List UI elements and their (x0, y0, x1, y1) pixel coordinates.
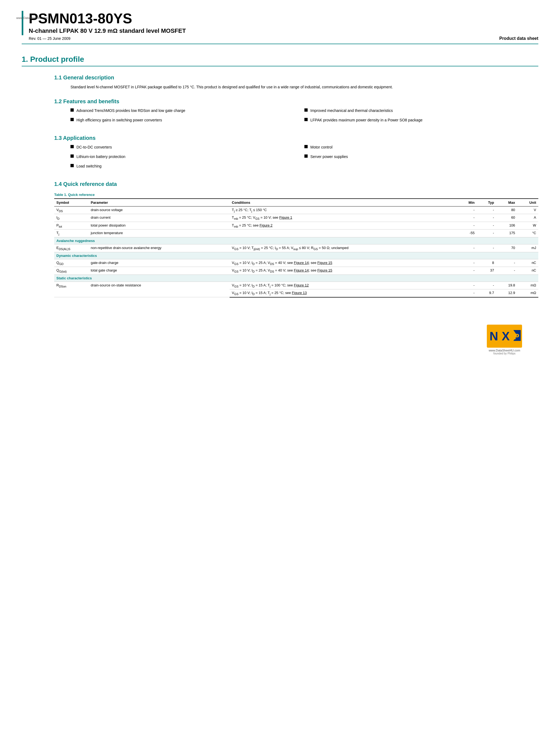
cell-typ: - (477, 206, 496, 214)
app-item-3: Load switching (71, 164, 288, 169)
subsection-1-2-title: 1.2 Features and benefits (54, 98, 538, 105)
cell-typ: - (477, 222, 496, 230)
cell-min: - (457, 289, 477, 297)
cell-min: - (457, 244, 477, 252)
quick-reference-table: Symbol Parameter Conditions Min Typ Max … (54, 198, 538, 297)
cell-conditions: VGS = 10 V; ID = 25 A; VDS = 40 V; see F… (230, 267, 457, 275)
cell-conditions: VGS = 10 V; ID = 15 A; Tj = 25 °C; see F… (230, 289, 457, 297)
header-section: PSMN013-80YS N-channel LFPAK 80 V 12.9 m… (22, 11, 538, 44)
feature-text-4: LFPAK provides maximum power density in … (310, 117, 423, 123)
watermark: www.DataSheet4U.com (16, 16, 48, 20)
subsection-1-2: 1.2 Features and benefits Advanced Trenc… (22, 98, 538, 127)
cell-parameter: drain-source voltage (89, 206, 230, 214)
feature-text-3: Improved mechanical and thermal characte… (310, 108, 393, 114)
col-header-max: Max (496, 199, 517, 206)
cell-unit: W (517, 222, 538, 230)
footer-founded: founded by Philips (493, 352, 515, 355)
cell-conditions: Tmb = 25 °C; VGS = 10 V; see Figure 1 (230, 214, 457, 222)
col-header-conditions: Conditions (230, 199, 457, 206)
table-row: Ptot total power dissipation Tmb = 25 °C… (54, 222, 538, 230)
cell-typ: 37 (477, 267, 496, 275)
bullet-2 (71, 118, 74, 121)
app-bullet-2 (71, 154, 74, 158)
app-text-5: Server power supplies (310, 154, 348, 160)
applications-col-1: DC-to-DC converters Lithium-ion battery … (71, 144, 288, 173)
table-row: EDS(AL)S non-repetitive drain-source ava… (54, 244, 538, 252)
feature-text-1: Advanced TrenchMOS provides low RDSon an… (77, 108, 186, 114)
cell-unit: °C (517, 230, 538, 237)
cell-parameter: drain current (89, 214, 230, 222)
table-label: Table 1. Quick reference (54, 193, 538, 197)
cell-symbol: ID (54, 214, 89, 222)
feature-item-1: Advanced TrenchMOS provides low RDSon an… (71, 108, 288, 114)
bullet-1 (71, 108, 74, 112)
subsection-1-1-text: Standard level N-channel MOSFET in LFPAK… (71, 84, 522, 90)
col-header-unit: Unit (517, 199, 538, 206)
applications-col-2: Motor control Server power supplies (304, 144, 522, 173)
cell-max: 60 (496, 214, 517, 222)
cell-typ: 9.7 (477, 289, 496, 297)
applications-container: DC-to-DC converters Lithium-ion battery … (71, 144, 522, 173)
subsection-1-4: 1.4 Quick reference data Table 1. Quick … (22, 181, 538, 297)
features-container: Advanced TrenchMOS provides low RDSon an… (71, 108, 522, 127)
section-label-avalanche: Avalanche ruggedness (54, 237, 538, 244)
svg-text:N: N (489, 329, 498, 343)
header-bar (22, 11, 23, 35)
cell-max: - (496, 259, 517, 267)
feature-item-2: High efficiency gains in switching power… (71, 117, 288, 123)
product-data-sheet: Product data sheet (499, 36, 538, 41)
cell-symbol: EDS(AL)S (54, 244, 89, 252)
app-text-3: Load switching (77, 164, 102, 169)
section-row-avalanche: Avalanche ruggedness (54, 237, 538, 244)
cell-min: - (457, 282, 477, 289)
footer-logo-area: N X P www.DataSheet4U.com founded by Phi… (487, 325, 522, 355)
cell-max: - (496, 267, 517, 275)
cell-min: - (457, 222, 477, 230)
table-row: ID drain current Tmb = 25 °C; VGS = 10 V… (54, 214, 538, 222)
cell-typ: - (477, 282, 496, 289)
svg-text:P: P (514, 332, 519, 341)
app-text-2: Lithium-ion battery protection (77, 154, 125, 160)
cell-typ: 8 (477, 259, 496, 267)
app-item-4: Motor control (304, 144, 522, 150)
features-col-1: Advanced TrenchMOS provides low RDSon an… (71, 108, 288, 127)
cell-symbol: Tj (54, 230, 89, 237)
table-row: VDS drain-source voltage Tj ≥ 25 °C; Tj … (54, 206, 538, 214)
cell-parameter: junction temperature (89, 230, 230, 237)
cell-parameter: non-repetitive drain-source avalanche en… (89, 244, 230, 252)
cell-conditions: VGS = 10 V; Tj(init) = 25 °C; ID = 55 A;… (230, 244, 457, 252)
section-row-static: Static characteristics (54, 275, 538, 282)
feature-text-2: High efficiency gains in switching power… (77, 117, 162, 123)
feature-item-3: Improved mechanical and thermal characte… (304, 108, 522, 114)
table-row: QGD gate-drain charge VGS = 10 V; ID = 2… (54, 259, 538, 267)
cell-conditions: VGS = 10 V; ID = 25 A; VDS = 40 V; see F… (230, 259, 457, 267)
table-row: Tj junction temperature -55 - 175 °C (54, 230, 538, 237)
subsection-1-3: 1.3 Applications DC-to-DC converters Lit… (22, 135, 538, 173)
subsection-1-1-title: 1.1 General description (54, 75, 538, 81)
cell-max: 80 (496, 206, 517, 214)
product-subtitle: N-channel LFPAK 80 V 12.9 mΩ standard le… (29, 27, 538, 34)
app-bullet-5 (304, 154, 308, 158)
cell-unit: V (517, 206, 538, 214)
section-1-title: 1. Product profile (22, 55, 538, 66)
cell-parameter: gate-drain charge (89, 259, 230, 267)
section-label-dynamic: Dynamic characteristics (54, 252, 538, 259)
cell-conditions: VGS = 10 V; ID = 15 A; Tj = 100 °C; see … (230, 282, 457, 289)
col-header-symbol: Symbol (54, 199, 89, 206)
cell-min: - (457, 214, 477, 222)
app-text-4: Motor control (310, 144, 333, 150)
product-title: PSMN013-80YS (29, 11, 538, 26)
app-bullet-1 (71, 145, 74, 148)
bullet-3 (304, 108, 308, 112)
subsection-1-4-title: 1.4 Quick reference data (54, 181, 538, 187)
features-col-2: Improved mechanical and thermal characte… (304, 108, 522, 127)
cell-symbol: QGD (54, 259, 89, 267)
cell-min: - (457, 259, 477, 267)
section-label-static: Static characteristics (54, 275, 538, 282)
cell-typ: - (477, 244, 496, 252)
cell-unit: nC (517, 259, 538, 267)
cell-symbol: QG(tot) (54, 267, 89, 275)
cell-max: 106 (496, 222, 517, 230)
cell-min: - (457, 267, 477, 275)
cell-unit: mΩ (517, 282, 538, 289)
